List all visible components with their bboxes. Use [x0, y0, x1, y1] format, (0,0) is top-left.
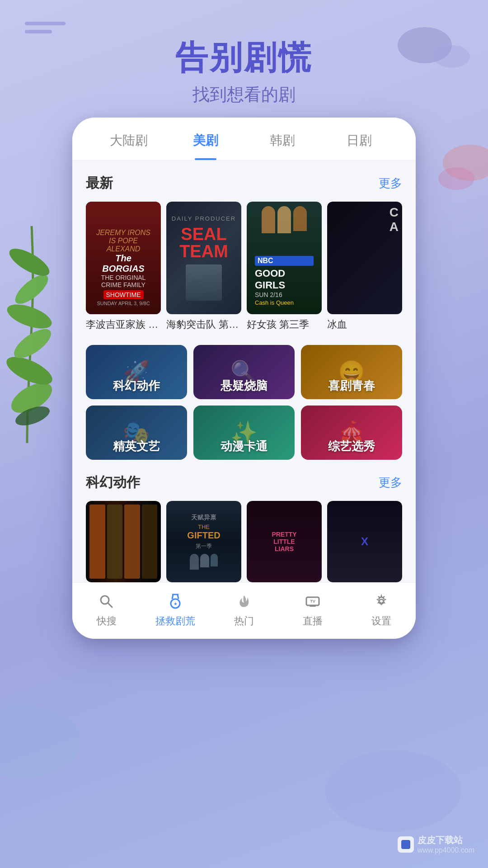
leaf-decoration	[0, 181, 81, 452]
nav-label-live: 直播	[303, 614, 323, 628]
variety-label: 综艺选秀	[301, 433, 402, 460]
phone-mockup: 大陆剧 美剧 韩剧 日剧 最新 更多 JEREMY IRONS IS POPE …	[72, 118, 416, 639]
search-icon	[97, 592, 117, 612]
show-card-borgias[interactable]: JEREMY IRONS IS POPE ALEXAND The BORGIAS…	[86, 202, 161, 331]
bottom-navigation: 快搜 ★ 拯救剧荒 热门	[72, 582, 416, 639]
show-card-goodgirls[interactable]: NBC GOOD GIRLS SUN 2/16 Cash is Queen 好女…	[247, 202, 322, 331]
header-title: 告别剧慌	[0, 36, 488, 80]
latest-more-button[interactable]: 更多	[379, 175, 402, 191]
medal-icon: ★	[165, 592, 185, 612]
latest-shows-row: JEREMY IRONS IS POPE ALEXAND The BORGIAS…	[86, 202, 402, 331]
comedy-label: 喜剧青春	[301, 373, 402, 399]
tab-japanese[interactable]: 日剧	[321, 118, 398, 160]
scifi-section-title: 科幻动作	[86, 473, 140, 492]
svg-line-8	[108, 603, 112, 607]
dark-card-title: 冰血	[327, 318, 402, 331]
tab-american[interactable]: 美剧	[167, 118, 244, 160]
fire-icon	[234, 592, 254, 612]
borgias-date: SUNDAY APRIL 3, 9/8C	[94, 301, 153, 306]
category-comedy[interactable]: 😄 喜剧青春	[301, 345, 402, 399]
sealteam-card-title: 海豹突击队 第三季	[166, 318, 241, 331]
category-variety[interactable]: 🎪 综艺选秀	[301, 406, 402, 460]
category-grid: 🚀 科幻动作 🔍 悬疑烧脑 😄 喜剧青春 🎭 精英文艺 ✨ 动漫卡通 🎪	[86, 345, 402, 460]
nav-label-settings: 设置	[371, 614, 391, 628]
scifi-more-button[interactable]: 更多	[379, 475, 402, 491]
goodgirls-title: GOOD GIRLS	[255, 268, 314, 291]
watermark-url: www.pp4000.com	[418, 846, 474, 854]
scifi-show-3[interactable]: PRETTYLITTLELIARS	[247, 501, 322, 582]
nav-item-rescue[interactable]: ★ 拯救剧荒	[141, 592, 210, 628]
bg-blob-5	[325, 750, 461, 832]
scifi-shows-row: 天赋异禀 THE GIFTED 第一季 PRETTYLITTLELIARS	[86, 501, 402, 582]
watermark-site: 皮皮下载站	[418, 834, 474, 846]
anime-label: 动漫卡通	[193, 433, 295, 460]
nav-label-hot: 热门	[234, 614, 254, 628]
header-subtitle: 找到想看的剧	[0, 83, 488, 106]
scifi-show-2[interactable]: 天赋异禀 THE GIFTED 第一季	[166, 501, 241, 582]
borgias-subtitle: THE ORIGINAL CRIME FAMILY	[94, 274, 153, 288]
show-card-dark[interactable]: CA 冰血	[327, 202, 402, 331]
borgias-poster: JEREMY IRONS IS POPE ALEXAND The BORGIAS…	[86, 202, 161, 314]
watermark-logo: 皮皮下载站 www.pp4000.com	[398, 834, 474, 854]
category-elite[interactable]: 🎭 精英文艺	[86, 406, 187, 460]
dark-poster: CA	[327, 202, 402, 314]
sealteam-title1: SEAL	[172, 226, 236, 243]
gear-icon	[371, 592, 391, 612]
borgias-title: The BORGIAS	[94, 253, 153, 274]
show-card-sealteam[interactable]: DAILY PRODUCER SEAL TEAM 海豹突击队 第三季	[166, 202, 241, 331]
sealteam-producer-label: DAILY PRODUCER	[172, 215, 236, 222]
scifi-show-4[interactable]: X	[327, 501, 402, 582]
sealteam-title2: TEAM	[172, 243, 236, 260]
svg-text:TV: TV	[310, 599, 315, 604]
mystery-label: 悬疑烧脑	[193, 373, 295, 399]
scifi-poster-1	[86, 501, 161, 582]
category-anime[interactable]: ✨ 动漫卡通	[193, 406, 295, 460]
category-scifi[interactable]: 🚀 科幻动作	[86, 345, 187, 399]
goodgirls-poster: NBC GOOD GIRLS SUN 2/16 Cash is Queen	[247, 202, 322, 314]
header-section: 告别剧慌 找到想看的剧	[0, 0, 488, 106]
goodgirls-card-title: 好女孩 第三季	[247, 318, 322, 331]
nav-label-search: 快搜	[97, 614, 117, 628]
nav-label-rescue: 拯救剧荒	[155, 614, 195, 628]
goodgirls-date: SUN 2/16	[255, 291, 314, 298]
tab-bar: 大陆剧 美剧 韩剧 日剧	[72, 118, 416, 160]
scifi-poster-3: PRETTYLITTLELIARS	[247, 501, 322, 582]
watermark: 皮皮下载站 www.pp4000.com	[398, 834, 474, 854]
scifi-poster-4: X	[327, 501, 402, 582]
svg-point-5	[5, 244, 53, 281]
tv-icon: TV	[303, 592, 323, 612]
bg-blob-3	[443, 145, 488, 181]
svg-text:★: ★	[174, 601, 178, 606]
goodgirls-network: NBC	[255, 256, 314, 266]
latest-section-title: 最新	[86, 174, 113, 193]
scifi-section-header: 科幻动作 更多	[86, 473, 402, 492]
tab-korean[interactable]: 韩剧	[244, 118, 321, 160]
nav-item-hot[interactable]: 热门	[210, 592, 278, 628]
bg-blob-4	[438, 167, 474, 190]
borgias-card-title: 李波吉亚家族 第一季	[86, 318, 161, 331]
main-content: 最新 更多 JEREMY IRONS IS POPE ALEXAND The B…	[72, 160, 416, 460]
scifi-show-1[interactable]	[86, 501, 161, 582]
category-mystery[interactable]: 🔍 悬疑烧脑	[193, 345, 295, 399]
tab-mainland[interactable]: 大陆剧	[90, 118, 167, 160]
bg-blob-6	[0, 705, 81, 778]
nav-item-search[interactable]: 快搜	[72, 592, 141, 628]
gifted-poster: 天赋异禀 THE GIFTED 第一季	[166, 501, 241, 582]
latest-section-header: 最新 更多	[86, 174, 402, 193]
borgias-network: SHOWTIME	[103, 290, 144, 299]
sealteam-poster: DAILY PRODUCER SEAL TEAM	[166, 202, 241, 314]
nav-item-live[interactable]: TV 直播	[278, 592, 347, 628]
nav-item-settings[interactable]: 设置	[347, 592, 416, 628]
scifi-section: 科幻动作 更多 天赋异禀 THE	[72, 473, 416, 582]
scifi-label: 科幻动作	[86, 373, 187, 399]
elite-label: 精英文艺	[86, 433, 187, 460]
svg-point-3	[4, 299, 55, 333]
